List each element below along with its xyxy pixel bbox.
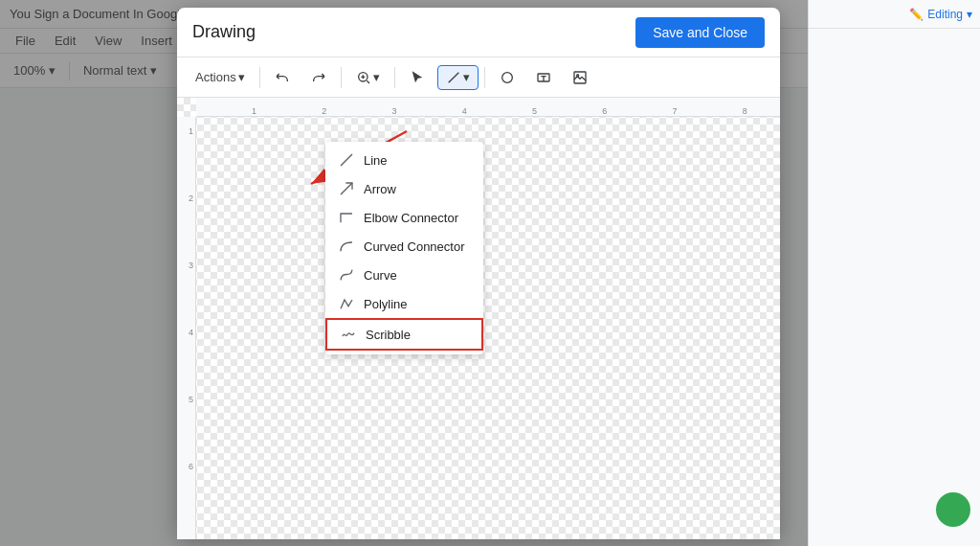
elbow-connector-icon: [339, 210, 354, 225]
modal-header: Drawing Save and Close: [177, 8, 780, 57]
dropdown-item-polyline[interactable]: Polyline: [325, 289, 483, 318]
line-icon: [339, 152, 354, 168]
dropdown-item-curved-connector[interactable]: Curved Connector: [325, 232, 483, 261]
ruler-num-5: 5: [500, 106, 569, 116]
textbox-icon: [536, 70, 551, 85]
polyline-icon: [339, 296, 354, 311]
toolbar-sep-4: [484, 67, 485, 88]
chevron-down-icon: ▾: [238, 70, 245, 84]
dropdown-item-elbow-connector[interactable]: Elbow Connector: [325, 203, 483, 232]
drawing-toolbar: Actions ▾ ▾ ▾: [177, 57, 780, 98]
editing-badge: ✏️ Editing ▾: [909, 8, 972, 21]
dropdown-item-arrow[interactable]: Arrow: [325, 174, 483, 203]
line-dropdown-arrow: ▾: [463, 70, 470, 84]
line-label: Line: [364, 153, 388, 168]
ruler-num-6: 6: [569, 106, 639, 116]
dropdown-item-line[interactable]: Line: [325, 146, 483, 174]
right-panel: ✏️ Editing ▾: [808, 0, 980, 546]
scribble-label: Scribble: [366, 328, 411, 342]
curve-label: Curve: [364, 268, 397, 283]
zoom-button[interactable]: ▾: [347, 65, 389, 90]
image-icon: [572, 70, 588, 85]
right-panel-top: ✏️ Editing ▾: [809, 0, 980, 29]
ruler-top: 1 2 3 4 5 6 7 8: [196, 98, 780, 117]
ruler-left-6: 6: [189, 462, 195, 471]
ruler-num-1: 1: [219, 106, 289, 116]
svg-point-1: [501, 72, 512, 82]
shapes-icon: [500, 70, 515, 85]
cursor-icon: [410, 70, 425, 85]
ruler-left: 1 2 3 4 5 6: [177, 117, 196, 539]
elbow-connector-label: Elbow Connector: [364, 211, 458, 225]
polyline-label: Polyline: [364, 297, 408, 311]
toolbar-sep-2: [341, 67, 342, 88]
undo-icon: [275, 70, 290, 85]
toolbar-sep-1: [259, 67, 260, 88]
actions-button[interactable]: Actions ▾: [187, 65, 254, 89]
line-tool-button[interactable]: ▾: [437, 65, 479, 90]
toolbar-sep-3: [394, 67, 395, 88]
zoom-arrow: ▾: [373, 70, 380, 84]
ruler-num-3: 3: [360, 106, 430, 116]
arrow-icon: [339, 181, 354, 196]
line-icon: [446, 70, 461, 85]
ruler-left-2: 2: [189, 193, 195, 203]
ruler-num-2: 2: [289, 106, 359, 116]
save-close-button[interactable]: Save and Close: [635, 17, 765, 48]
ruler-left-5: 5: [189, 395, 195, 404]
ruler-num-4: 4: [430, 106, 500, 116]
text-box-button[interactable]: [527, 65, 560, 90]
curved-connector-icon: [339, 239, 354, 254]
arrow-label: Arrow: [364, 182, 396, 196]
curve-icon: [339, 267, 354, 283]
user-avatar: [936, 492, 970, 527]
pencil-icon: ✏️: [909, 8, 924, 21]
svg-line-8: [341, 183, 352, 194]
shapes-button[interactable]: [491, 65, 523, 90]
dropdown-item-scribble[interactable]: Scribble: [325, 318, 483, 351]
svg-line-7: [341, 154, 352, 166]
chevron-down-icon: ▾: [967, 8, 972, 21]
zoom-icon: [356, 70, 371, 85]
ruler-left-1: 1: [189, 126, 195, 136]
ruler-left-3: 3: [189, 261, 195, 270]
line-dropdown-menu: Line Arrow Elbow Connector Curved Connec…: [325, 142, 483, 354]
ruler-left-4: 4: [189, 328, 195, 337]
dropdown-item-curve[interactable]: Curve: [325, 261, 483, 289]
modal-title: Drawing: [192, 22, 635, 42]
curved-connector-label: Curved Connector: [364, 239, 465, 254]
canvas-area[interactable]: 1 2 3 4 5 6 7 8 1 2 3 4 5 6: [177, 98, 780, 539]
select-button[interactable]: [401, 65, 434, 90]
scribble-icon: [341, 327, 356, 342]
ruler-num-7: 7: [640, 106, 710, 116]
svg-point-4: [576, 74, 578, 76]
ruler-num-8: 8: [710, 106, 780, 116]
image-button[interactable]: [564, 65, 596, 90]
actions-label: Actions: [195, 70, 236, 84]
drawing-modal: Drawing Save and Close Actions ▾ ▾ ▾: [177, 8, 780, 539]
undo-button[interactable]: [266, 65, 299, 90]
redo-button[interactable]: [302, 65, 335, 90]
editing-label: Editing: [927, 8, 963, 21]
redo-icon: [311, 70, 326, 85]
